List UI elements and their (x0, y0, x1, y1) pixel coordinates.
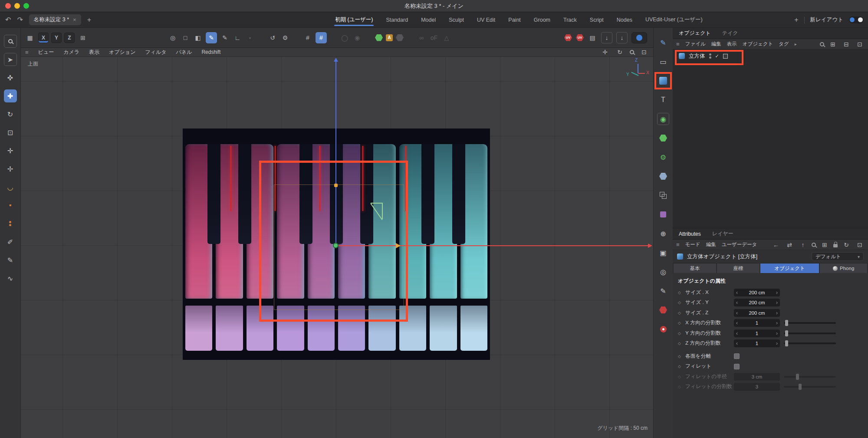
search-icon[interactable] (8, 39, 13, 43)
axis-button-z[interactable]: Z (64, 33, 75, 43)
value-slider[interactable] (784, 333, 836, 334)
attribute-menu-icon[interactable]: ≡ (676, 241, 680, 248)
layout-tab-8[interactable]: Script (590, 12, 604, 27)
viewport-menu-5[interactable]: パネル (176, 49, 192, 56)
param-diamond-icon[interactable]: ◇ (678, 331, 685, 336)
stepper-increase-icon[interactable]: › (776, 310, 778, 316)
stepper-increase-icon[interactable]: › (776, 290, 778, 296)
stepper-increase-icon[interactable]: › (776, 340, 778, 346)
hex-faded-icon[interactable] (396, 34, 404, 41)
close-tab-icon[interactable]: × (73, 16, 76, 23)
modeling-hex-icon[interactable] (375, 34, 383, 41)
attr-menu-2[interactable]: ユーザーデータ (722, 241, 757, 248)
back-icon[interactable]: ← (771, 240, 781, 250)
param-diamond-icon[interactable]: ◇ (678, 341, 685, 346)
om-tab-0[interactable]: オブジェクト (679, 30, 711, 37)
blank-slot-icon[interactable]: ▪ (245, 33, 255, 43)
attr-menu-1[interactable]: 編集 (706, 241, 716, 248)
mograph-icon[interactable] (659, 135, 667, 142)
box-mode-icon[interactable]: □ (181, 33, 190, 43)
search-icon[interactable] (812, 243, 816, 247)
pan-view-icon[interactable]: ✛ (600, 47, 610, 57)
lock-icon[interactable] (833, 244, 838, 247)
move-tool-icon[interactable]: ✚ (4, 89, 17, 102)
settings-gear-icon[interactable]: ⚙ (280, 33, 290, 43)
value-slider[interactable] (784, 322, 836, 324)
pen-plus-icon[interactable]: ✎ (220, 33, 230, 43)
of-icon[interactable]: oF (429, 33, 439, 43)
filter-icon[interactable]: ⊞ (820, 240, 829, 250)
checkbox[interactable] (734, 353, 740, 359)
checkbox[interactable] (734, 364, 740, 369)
stepper-increase-icon[interactable]: › (776, 300, 778, 306)
layout-tab-5[interactable]: Paint (508, 12, 521, 27)
value-stepper[interactable]: ‹200 cm› (734, 289, 780, 296)
plane-mode-icon[interactable]: ◧ (193, 33, 203, 43)
value-field[interactable]: 3 (734, 383, 780, 391)
param-diamond-icon[interactable]: ◇ (678, 364, 685, 369)
layout-tab-9[interactable]: Nodes (617, 12, 632, 27)
maximize-view-icon[interactable]: ⊡ (639, 47, 649, 57)
quantize-icon[interactable]: ◯ (340, 33, 349, 43)
viewport-menu-4[interactable]: フィルタ (145, 49, 166, 56)
stepper-increase-icon[interactable]: › (776, 330, 778, 336)
om-tab-1[interactable]: テイク (722, 30, 738, 37)
dynamics-gear-icon[interactable]: ⚙ (657, 151, 669, 163)
slider-knob[interactable] (796, 374, 799, 380)
param-diamond-icon[interactable]: ◇ (678, 375, 685, 379)
add-document-tab-button[interactable]: + (87, 16, 91, 24)
polygon-pen-icon[interactable]: ✎ (206, 32, 217, 43)
view-panel-icon[interactable]: ▭ (657, 56, 669, 68)
value-field[interactable]: 3 cm (734, 373, 780, 381)
filter-icon[interactable]: ⊞ (828, 39, 838, 49)
value-stepper[interactable]: ‹1› (734, 329, 780, 337)
viewport-menu-6[interactable]: Redshift (201, 49, 220, 55)
viewport-menu-2[interactable]: 表示 (89, 49, 99, 56)
grid-snap-active-icon[interactable]: # (316, 32, 327, 43)
render-toggle-icon[interactable] (631, 32, 647, 43)
section-tab-3[interactable]: Phong (820, 263, 867, 273)
minimize-window-button[interactable] (14, 3, 20, 9)
swap-icon[interactable]: ⇄ (785, 240, 794, 250)
history-icon[interactable]: ↺ (268, 33, 277, 43)
light-icon[interactable]: ◎ (657, 266, 669, 278)
tweak-icon[interactable]: ✜ (4, 71, 17, 84)
param-diamond-icon[interactable]: ◇ (678, 321, 685, 325)
axis-button-y[interactable]: Y (51, 33, 62, 43)
menu-overflow-arrow[interactable]: ▸ (795, 42, 797, 46)
warning-icon[interactable]: △ (442, 33, 451, 43)
layout-tab-7[interactable]: Track (563, 12, 577, 27)
zoom-window-button[interactable] (23, 3, 29, 9)
scale-tool-icon[interactable]: ⊡ (4, 126, 17, 139)
layout-tab-4[interactable]: UV Edit (477, 12, 495, 27)
undo-icon[interactable]: ↶ (5, 16, 11, 24)
value-slider[interactable] (784, 342, 836, 344)
simulation-icon[interactable]: ◉ (657, 113, 669, 125)
guides-icon[interactable] (9, 221, 11, 226)
render-save-icon[interactable]: ↓ (601, 32, 612, 43)
axis-button-x[interactable]: X (38, 33, 49, 43)
render-camera-icon[interactable] (660, 326, 667, 333)
live-selection-icon[interactable]: ➤ (4, 53, 17, 66)
pen-icon[interactable]: ✎ (4, 254, 17, 267)
value-slider[interactable] (784, 386, 836, 388)
section-tab-0[interactable]: 基本 (674, 263, 716, 273)
uv-edit-icon[interactable]: UV (564, 34, 572, 41)
search-icon[interactable] (820, 42, 824, 46)
preset-dropdown[interactable]: デフォルト ▾ (812, 252, 864, 261)
slider-knob[interactable] (785, 330, 788, 336)
value-stepper[interactable]: ‹200 cm› (734, 299, 780, 306)
document-tab[interactable]: 名称未設定 3 * × (29, 14, 81, 25)
zoom-view-icon[interactable] (630, 50, 634, 54)
om-menu-0[interactable]: ファイル (685, 41, 706, 47)
axis-swap-icon[interactable]: ✢ (4, 162, 17, 175)
value-stepper[interactable]: ‹1› (734, 339, 780, 347)
viewport-menu-1[interactable]: カメラ (63, 49, 79, 56)
volume-hex-icon[interactable] (659, 173, 667, 180)
layout-pencil-icon[interactable]: ✎ (657, 36, 669, 49)
om-menu-1[interactable]: 編集 (711, 41, 721, 47)
layout-tab-6[interactable]: Groom (534, 12, 550, 27)
om-menu-4[interactable]: タグ (779, 41, 789, 47)
new-layout-button[interactable]: 新レイアウト (810, 16, 843, 23)
popout-icon[interactable]: ⊡ (855, 240, 865, 250)
